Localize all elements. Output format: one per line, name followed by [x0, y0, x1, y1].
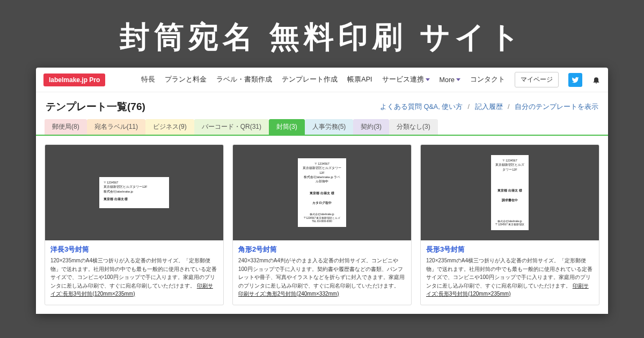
tabs: 郵便局(8)宛名ラベル(11)ビジネス(9)バーコード・QR(31)封筒(3)人…	[36, 119, 608, 136]
card-body: 洋長3号封筒120×235mmのA4横三つ折りが入る定番の封筒サイズ。「定形郵便…	[45, 240, 223, 305]
tab-4[interactable]: 封筒(3)	[269, 119, 305, 135]
card-title[interactable]: 長形3号封筒	[426, 245, 594, 254]
hero-title: 封筒宛名 無料印刷 サイト	[0, 0, 644, 68]
nav-template[interactable]: テンプレート作成	[282, 75, 338, 84]
nav-api[interactable]: 帳票API	[347, 75, 372, 84]
envelope-preview: 〒1234567 東京都新宿区ヒルズタワー12F 株式会社labelmake.j…	[298, 158, 346, 227]
page-header: テンプレート一覧(76) よくある質問 Q&A, 使い方 / 記入履歴 / 自分…	[36, 92, 608, 119]
link-history[interactable]: 記入履歴	[475, 103, 503, 111]
nav-contact[interactable]: コンタクト	[470, 75, 505, 84]
tab-3[interactable]: バーコード・QR(31)	[194, 119, 269, 135]
logo[interactable]: labelmake.jp Pro	[43, 74, 105, 86]
bell-icon[interactable]	[592, 76, 601, 84]
nav-services[interactable]: サービス連携	[382, 75, 430, 84]
tab-2[interactable]: ビジネス(9)	[145, 119, 194, 135]
card-description: 120×235mmのA4横三つ折りが入る定番の封筒サイズ。「定形郵便物」で送れま…	[426, 256, 594, 298]
card-size-link[interactable]: 印刷サイズ:長形3号封筒(120mm×235mm)	[426, 283, 589, 297]
nav-create[interactable]: ラベル・書類作成	[216, 75, 272, 84]
card-body: 長形3号封筒120×235mmのA4横三つ折りが入る定番の封筒サイズ。「定形郵便…	[421, 240, 599, 305]
page-title: テンプレート一覧(76)	[46, 100, 145, 114]
app-window: labelmake.jp Pro 特長 プランと料金 ラベル・書類作成 テンプレ…	[36, 68, 608, 314]
tab-5[interactable]: 人事労務(5)	[305, 119, 354, 135]
card-size-link[interactable]: 印刷サイズ:角形2号封筒(240mm×332mm)	[238, 291, 339, 297]
mypage-button[interactable]: マイページ	[515, 72, 559, 87]
cards: 〒1234567 東京都新宿区ヒルズタワー12F 株式会社labelmake.j…	[36, 136, 608, 314]
tab-6[interactable]: 契約(3)	[353, 119, 389, 135]
card-thumbnail: 〒1234567 東京都新宿区ヒルズタワー12F 株式会社labelmake.j…	[233, 145, 411, 240]
chevron-down-icon	[456, 78, 460, 81]
card-title[interactable]: 洋長3号封筒	[50, 245, 218, 254]
template-card[interactable]: 〒1234567 東京都新宿区ヒルズタワー12F 株式会社labelmake.j…	[232, 144, 412, 305]
navbar: labelmake.jp Pro 特長 プランと料金 ラベル・書類作成 テンプレ…	[36, 68, 608, 92]
card-thumbnail: 〒1234567 東京都新宿区ヒルズタワー12F 株式会社labelmake.j…	[45, 145, 223, 240]
envelope-preview: 〒1234567 東京都新宿区ヒルズタワー12F東京都 出得太 様 請求書在中株…	[491, 155, 529, 230]
nav-more[interactable]: More	[440, 76, 460, 84]
tab-0[interactable]: 郵便局(8)	[45, 119, 87, 135]
tab-7[interactable]: 分類なし(3)	[389, 119, 438, 135]
tab-1[interactable]: 宛名ラベル(11)	[87, 119, 145, 135]
template-card[interactable]: 〒1234567 東京都新宿区ヒルズタワー12F 株式会社labelmake.j…	[45, 144, 224, 305]
twitter-icon	[572, 76, 579, 84]
chevron-down-icon	[426, 78, 430, 81]
card-body: 角形2号封筒240×332mmのA4判がそのまま入る定番の封筒サイズ。コンビニや…	[233, 240, 411, 305]
template-card[interactable]: 〒1234567 東京都新宿区ヒルズタワー12F東京都 出得太 様 請求書在中株…	[420, 144, 599, 305]
nav-features[interactable]: 特長	[141, 75, 155, 84]
twitter-button[interactable]	[568, 73, 582, 87]
nav-pricing[interactable]: プランと料金	[165, 75, 207, 84]
card-size-link[interactable]: 印刷サイズ:長形3号封筒(120mm×235mm)	[50, 283, 213, 297]
link-faq[interactable]: よくある質問 Q&A, 使い方	[380, 103, 463, 111]
link-mytemplates[interactable]: 自分のテンプレートを表示	[515, 103, 598, 111]
card-thumbnail: 〒1234567 東京都新宿区ヒルズタワー12F東京都 出得太 様 請求書在中株…	[421, 145, 599, 240]
page-links: よくある質問 Q&A, 使い方 / 記入履歴 / 自分のテンプレートを表示	[380, 102, 598, 112]
card-description: 240×332mmのA4判がそのまま入る定番の封筒サイズ。コンビニや100円ショ…	[238, 256, 406, 298]
envelope-preview: 〒1234567 東京都新宿区ヒルズタワー12F 株式会社labelmake.j…	[99, 177, 169, 208]
card-title[interactable]: 角形2号封筒	[238, 245, 406, 254]
card-description: 120×235mmのA4横三つ折りが入る定番の封筒サイズ。「定形郵便物」で送れま…	[50, 256, 218, 298]
